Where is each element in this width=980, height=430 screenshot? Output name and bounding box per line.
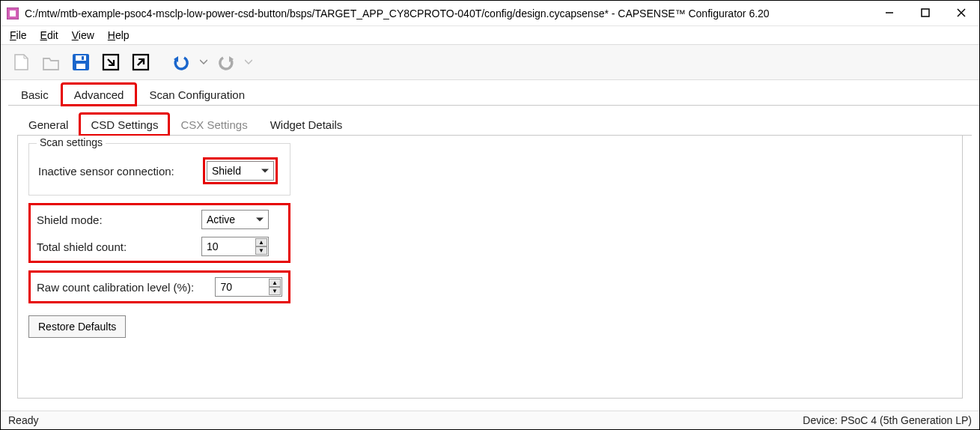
export-icon[interactable] <box>128 49 153 75</box>
menu-help[interactable]: Help <box>108 29 130 41</box>
import-icon[interactable] <box>98 49 124 75</box>
tab-advanced[interactable]: Advanced <box>61 83 137 106</box>
redo-icon[interactable] <box>213 49 239 75</box>
tab-basic[interactable]: Basic <box>8 83 61 106</box>
spin-down-icon: ▼ <box>255 246 267 255</box>
menu-file[interactable]: File <box>10 29 27 41</box>
scan-settings-group: Scan settings Inactive sensor connection… <box>28 143 290 196</box>
minimize-button[interactable] <box>882 7 897 19</box>
new-file-icon[interactable] <box>8 49 34 75</box>
save-icon[interactable] <box>68 49 94 75</box>
tab-scan-configuration[interactable]: Scan Configuration <box>136 83 258 106</box>
window-title: C:/mtw/mtb-example-psoc4-msclp-low-power… <box>25 7 882 19</box>
svg-rect-3 <box>922 9 929 16</box>
subtab-general[interactable]: General <box>17 113 79 136</box>
titlebar: C:/mtw/mtb-example-psoc4-msclp-low-power… <box>1 1 979 26</box>
total-shield-count-label: Total shield count: <box>37 240 201 253</box>
sub-tabs: General CSD Settings CSX Settings Widget… <box>17 113 972 136</box>
status-text: Ready <box>8 414 38 426</box>
redo-dropdown-icon[interactable] <box>243 49 254 75</box>
open-file-icon[interactable] <box>38 49 64 75</box>
spin-up-icon: ▲ <box>255 238 267 246</box>
undo-dropdown-icon[interactable] <box>198 49 209 75</box>
total-shield-count-input[interactable]: 10 ▲▼ <box>201 237 269 256</box>
inactive-sensor-label: Inactive sensor connection: <box>38 165 203 178</box>
svg-rect-1 <box>10 10 16 16</box>
spin-down-icon: ▼ <box>269 287 281 295</box>
undo-icon[interactable] <box>168 49 194 75</box>
spin-up-icon: ▲ <box>269 279 281 287</box>
inactive-sensor-select[interactable]: Shield <box>207 161 274 181</box>
svg-rect-9 <box>82 56 84 60</box>
shield-mode-select[interactable]: Active <box>201 210 269 229</box>
shield-group-highlight: Shield mode: Active Total shield count: … <box>28 203 290 263</box>
shield-mode-label: Shield mode: <box>37 214 201 226</box>
restore-defaults-button[interactable]: Restore Defaults <box>28 315 126 338</box>
main-tabs: Basic Advanced Scan Configuration <box>8 83 979 106</box>
statusbar: Ready Device: PSoC 4 (5th Generation LP) <box>1 411 979 429</box>
csd-settings-panel: Scan settings Inactive sensor connection… <box>17 136 963 399</box>
svg-rect-8 <box>76 64 85 69</box>
menu-view[interactable]: View <box>72 29 94 41</box>
app-icon <box>7 7 19 19</box>
subtab-widget-details[interactable]: Widget Details <box>259 113 354 136</box>
device-text: Device: PSoC 4 (5th Generation LP) <box>803 414 972 426</box>
subtab-csd-settings[interactable]: CSD Settings <box>79 113 169 136</box>
menubar: File Edit View Help <box>1 26 979 44</box>
maximize-button[interactable] <box>918 7 933 19</box>
scan-settings-legend: Scan settings <box>37 136 106 148</box>
raw-count-calibration-input[interactable]: 70 ▲▼ <box>215 277 282 297</box>
menu-edit[interactable]: Edit <box>40 29 58 41</box>
raw-count-calibration-label: Raw count calibration level (%): <box>37 281 215 294</box>
toolbar <box>1 44 979 80</box>
raw-cal-highlight: Raw count calibration level (%): 70 ▲▼ <box>28 270 290 303</box>
svg-rect-7 <box>76 55 86 61</box>
close-button[interactable] <box>954 7 969 19</box>
subtab-csx-settings: CSX Settings <box>169 113 258 136</box>
